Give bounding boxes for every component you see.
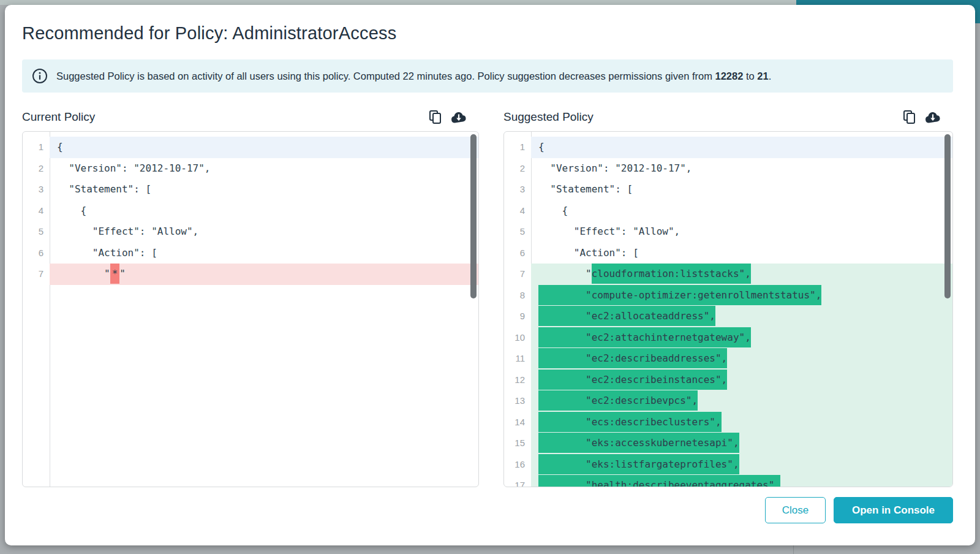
code-line: 7 "*"	[23, 264, 478, 285]
line-content: "ec2:attachinternetgateway",	[531, 327, 952, 349]
code-line: 5 "Effect": "Allow",	[23, 221, 478, 243]
line-number: 5	[23, 221, 50, 243]
code-line: 3 "Statement": [	[23, 179, 478, 200]
line-content: "cloudformation:liststacks",	[531, 264, 952, 285]
line-content: "ec2:allocateaddress",	[531, 306, 952, 327]
line-content: "Statement": [	[50, 179, 478, 200]
info-icon	[32, 68, 48, 84]
code-line: 2 "Version": "2012-10-17",	[504, 158, 952, 180]
diff-added-mark: "eks:accesskubernetesapi",	[538, 433, 739, 453]
line-content: {	[531, 137, 952, 158]
line-number: 9	[504, 306, 531, 327]
diff-added-mark: "ec2:describevpcs",	[538, 390, 698, 411]
code-line: 14 "ecs:describeclusters",	[504, 412, 952, 433]
line-number: 6	[23, 243, 50, 264]
diff-added-mark: "ec2:describeaddresses",	[538, 348, 727, 368]
banner-to-count: 21	[757, 70, 768, 82]
line-number: 3	[504, 179, 531, 200]
line-number: 16	[504, 454, 531, 476]
line-content: "Statement": [	[531, 179, 952, 200]
line-content: "ecs:describeclusters",	[531, 412, 952, 433]
line-number: 7	[504, 264, 531, 285]
line-number: 1	[504, 137, 531, 158]
banner-text-after: .	[769, 70, 772, 82]
line-number: 7	[23, 264, 50, 285]
scrollbar-thumb[interactable]	[470, 134, 477, 298]
download-icon	[925, 110, 941, 124]
policy-recommendation-modal: Recommended for Policy: AdministratorAcc…	[5, 5, 975, 545]
page-title: Recommended for Policy: AdministratorAcc…	[22, 23, 953, 44]
download-icon	[451, 110, 467, 124]
line-number: 17	[504, 475, 531, 487]
line-content: "ec2:describevpcs",	[531, 390, 952, 412]
suggested-policy-actions	[903, 110, 953, 124]
code-line: 6 "Action": [	[504, 243, 952, 264]
open-in-console-button[interactable]: Open in Console	[834, 497, 953, 523]
code-line: 3 "Statement": [	[504, 179, 952, 200]
line-content: "Effect": "Allow",	[531, 221, 952, 243]
scrollbar-thumb[interactable]	[944, 134, 951, 298]
code-line: 4 {	[504, 200, 952, 222]
line-number: 2	[23, 158, 50, 180]
line-content: "Effect": "Allow",	[50, 221, 478, 243]
diff-added-mark: cloudformation:liststacks",	[592, 264, 751, 284]
line-content: "eks:listfargateprofiles",	[531, 454, 952, 476]
line-content: {	[50, 137, 478, 158]
download-button[interactable]	[925, 110, 941, 124]
diff-added-mark: "health:describeeventaggregates",	[538, 475, 780, 487]
line-number: 13	[504, 390, 531, 412]
diff-added-mark: "ecs:describeclusters",	[538, 412, 722, 432]
line-content: {	[50, 200, 478, 222]
banner-text-before: Suggested Policy is based on activity of…	[56, 70, 715, 82]
line-content: "Action": [	[531, 243, 952, 264]
line-number: 10	[504, 327, 531, 349]
download-button[interactable]	[451, 110, 467, 124]
suggested-policy-editor[interactable]: 1{2 "Version": "2012-10-17",3 "Statement…	[503, 131, 953, 487]
diff-added-mark: "compute-optimizer:getenrollmentstatus",	[538, 285, 821, 305]
screen: Recommended for Policy: AdministratorAcc…	[0, 0, 980, 554]
background-divider	[793, 545, 794, 554]
line-content: "*"	[50, 264, 478, 285]
line-content: "ec2:describeinstances",	[531, 370, 952, 391]
current-policy-header: Current Policy	[22, 108, 479, 126]
line-number: 2	[504, 158, 531, 180]
line-content: "health:describeeventaggregates",	[531, 475, 952, 487]
line-number: 6	[504, 243, 531, 264]
code-line: 4 {	[23, 200, 478, 222]
background-page-strip	[0, 0, 796, 5]
suggested-policy-title: Suggested Policy	[503, 110, 594, 124]
line-content: "eks:accesskubernetesapi",	[531, 433, 952, 454]
diff-added-mark: "ec2:describeinstances",	[538, 370, 727, 390]
code-line: 1{	[23, 137, 478, 158]
code-line: 11 "ec2:describeaddresses",	[504, 348, 952, 370]
copy-button[interactable]	[429, 110, 442, 124]
suggested-policy-column: Suggested Policy	[503, 108, 953, 487]
diff-added-mark: "ec2:allocateaddress",	[538, 306, 715, 326]
line-number: 4	[504, 200, 531, 222]
current-policy-editor[interactable]: 1{2 "Version": "2012-10-17",3 "Statement…	[22, 131, 479, 487]
line-number: 1	[23, 137, 50, 158]
line-content: "ec2:describeaddresses",	[531, 348, 952, 370]
line-number: 4	[23, 200, 50, 222]
line-content: "Version": "2012-10-17",	[50, 158, 478, 180]
line-content: "compute-optimizer:getenrollmentstatus",	[531, 285, 952, 306]
line-number: 3	[23, 179, 50, 200]
code-line: 1{	[504, 137, 952, 158]
code-line: 7 "cloudformation:liststacks",	[504, 264, 952, 285]
close-button[interactable]: Close	[765, 497, 826, 523]
info-banner: Suggested Policy is based on activity of…	[22, 59, 953, 93]
code-line: 9 "ec2:allocateaddress",	[504, 306, 952, 327]
line-content: {	[531, 200, 952, 222]
banner-text-between: to	[743, 70, 757, 82]
code-line: 8 "compute-optimizer:getenrollmentstatus…	[504, 285, 952, 306]
line-content: "Version": "2012-10-17",	[531, 158, 952, 180]
banner-text: Suggested Policy is based on activity of…	[56, 70, 771, 82]
line-number: 12	[504, 370, 531, 391]
line-number: 14	[504, 412, 531, 433]
diff-removed-mark: *	[110, 264, 120, 284]
line-number: 5	[504, 221, 531, 243]
code-line: 16 "eks:listfargateprofiles",	[504, 454, 952, 476]
line-number: 15	[504, 433, 531, 454]
copy-button[interactable]	[903, 110, 916, 124]
code-line: 17 "health:describeeventaggregates",	[504, 475, 952, 487]
